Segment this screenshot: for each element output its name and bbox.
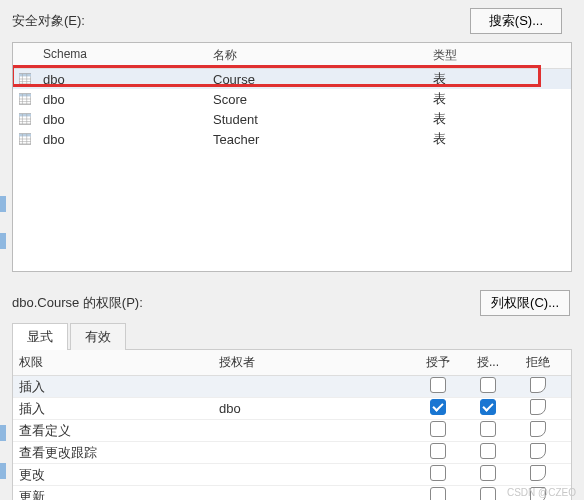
checkbox[interactable] [480, 465, 496, 481]
permission-row[interactable]: 插入 [13, 376, 571, 398]
perm-col-grant[interactable]: 授予 [413, 350, 463, 375]
column-permissions-button[interactable]: 列权限(C)... [480, 290, 570, 316]
permission-row[interactable]: 更新 [13, 486, 571, 500]
checkbox[interactable] [480, 487, 496, 500]
table-icon [19, 93, 31, 105]
svg-rect-7 [19, 94, 31, 97]
checkbox[interactable] [430, 443, 446, 459]
perm-grantor [213, 385, 413, 389]
checkbox[interactable] [480, 377, 496, 393]
cell-schema: dbo [37, 130, 207, 149]
checkbox[interactable] [480, 399, 496, 415]
perm-grantor [213, 451, 413, 455]
decorative-stripe [0, 196, 6, 212]
permission-row[interactable]: 查看定义 [13, 420, 571, 442]
decorative-stripe [0, 233, 6, 249]
table-row[interactable]: dboScore表 [13, 89, 571, 109]
perm-name: 查看定义 [13, 420, 213, 442]
checkbox[interactable] [530, 399, 546, 415]
perm-name: 插入 [13, 398, 213, 420]
perm-grantor: dbo [213, 399, 413, 418]
perm-col-deny[interactable]: 拒绝 [513, 350, 563, 375]
col-header-schema[interactable]: Schema [37, 43, 207, 68]
cell-type: 表 [427, 68, 571, 90]
watermark: CSDN @CZEO [507, 487, 576, 498]
table-header: Schema 名称 类型 [13, 43, 571, 69]
table-row[interactable]: dboTeacher表 [13, 129, 571, 149]
svg-rect-19 [19, 134, 31, 137]
search-button[interactable]: 搜索(S)... [470, 8, 562, 34]
cell-name: Student [207, 110, 427, 129]
checkbox[interactable] [430, 421, 446, 437]
cell-type: 表 [427, 108, 571, 130]
cell-schema: dbo [37, 70, 207, 89]
perm-name: 插入 [13, 376, 213, 398]
checkbox[interactable] [530, 421, 546, 437]
cell-name: Score [207, 90, 427, 109]
table-icon [19, 73, 31, 85]
perm-name: 查看更改跟踪 [13, 442, 213, 464]
permissions-label: dbo.Course 的权限(P): [12, 294, 480, 312]
checkbox[interactable] [430, 399, 446, 415]
svg-rect-1 [19, 74, 31, 77]
cell-schema: dbo [37, 90, 207, 109]
cell-name: Course [207, 70, 427, 89]
cell-name: Teacher [207, 130, 427, 149]
checkbox[interactable] [530, 377, 546, 393]
table-row[interactable]: dboCourse表 [13, 69, 571, 89]
perm-col-grantor[interactable]: 授权者 [213, 350, 413, 375]
decorative-stripe [0, 425, 6, 441]
perm-col-permission[interactable]: 权限 [13, 350, 213, 375]
checkbox[interactable] [430, 465, 446, 481]
perm-grantor [213, 429, 413, 433]
checkbox[interactable] [480, 443, 496, 459]
tab-explicit[interactable]: 显式 [12, 323, 68, 350]
table-row[interactable]: dboStudent表 [13, 109, 571, 129]
checkbox[interactable] [480, 421, 496, 437]
permission-row[interactable]: 插入dbo [13, 398, 571, 420]
perm-grantor [213, 473, 413, 477]
col-header-name[interactable]: 名称 [207, 43, 427, 68]
permission-tabs: 显式 有效 [12, 322, 572, 350]
perm-col-with[interactable]: 授... [463, 350, 513, 375]
securables-table: Schema 名称 类型 dboCourse表dboScore表dboStude… [12, 42, 572, 272]
permission-row[interactable]: 查看更改跟踪 [13, 442, 571, 464]
perm-grantor [213, 495, 413, 499]
table-icon [19, 133, 31, 145]
permissions-table: 权限 授权者 授予 授... 拒绝 插入插入dbo查看定义查看更改跟踪更改更新更… [12, 350, 572, 500]
cell-schema: dbo [37, 110, 207, 129]
checkbox[interactable] [430, 487, 446, 500]
checkbox[interactable] [430, 377, 446, 393]
perm-name: 更改 [13, 464, 213, 486]
col-header-type[interactable]: 类型 [427, 43, 571, 68]
securables-label: 安全对象(E): [12, 12, 470, 30]
cell-type: 表 [427, 88, 571, 110]
checkbox[interactable] [530, 443, 546, 459]
decorative-stripe [0, 463, 6, 479]
svg-rect-13 [19, 114, 31, 117]
perm-name: 更新 [13, 486, 213, 501]
cell-type: 表 [427, 128, 571, 150]
permission-row[interactable]: 更改 [13, 464, 571, 486]
tab-effective[interactable]: 有效 [70, 323, 126, 350]
checkbox[interactable] [530, 465, 546, 481]
table-icon [19, 113, 31, 125]
